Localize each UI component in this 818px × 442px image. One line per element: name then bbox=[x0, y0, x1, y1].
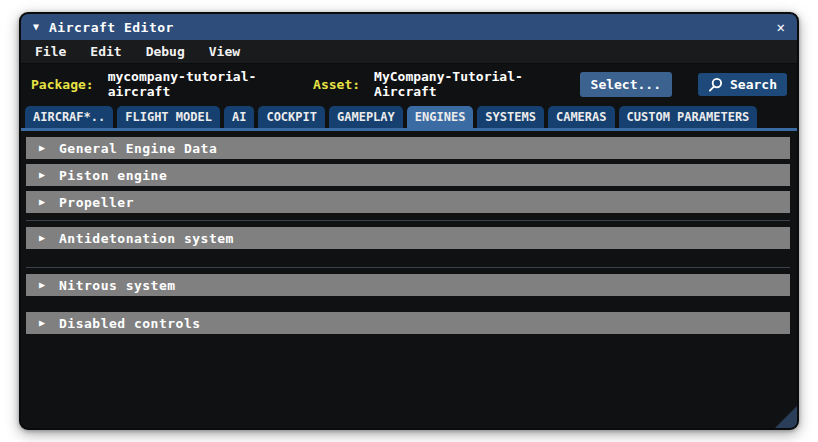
search-button[interactable]: Search bbox=[698, 73, 787, 96]
section-label: Piston engine bbox=[59, 168, 167, 183]
section-label: General Engine Data bbox=[59, 141, 217, 156]
asset-toolbar: Package: mycompany-tutorial-aircraft Ass… bbox=[21, 64, 797, 104]
tab-cameras[interactable]: CAMERAS bbox=[548, 106, 615, 128]
expand-arrow-icon: ▶ bbox=[39, 233, 45, 243]
tab-custom-parameters[interactable]: CUSTOM PARAMETERS bbox=[619, 106, 758, 128]
section-separator bbox=[26, 267, 790, 268]
tab-engines[interactable]: ENGINES bbox=[407, 106, 474, 128]
tab-gameplay[interactable]: GAMEPLAY bbox=[329, 106, 403, 128]
package-label: Package: bbox=[31, 77, 94, 92]
section-label: Nitrous system bbox=[59, 278, 176, 293]
tab-flight-model[interactable]: FLIGHT MODEL bbox=[117, 106, 220, 128]
section-gap bbox=[26, 254, 790, 265]
window-title: Aircraft Editor bbox=[49, 20, 174, 35]
select-button[interactable]: Select... bbox=[580, 72, 672, 97]
close-icon[interactable]: ✕ bbox=[777, 20, 785, 34]
package-value: mycompany-tutorial-aircraft bbox=[108, 69, 301, 99]
menu-edit[interactable]: Edit bbox=[90, 44, 121, 59]
search-button-label: Search bbox=[730, 77, 777, 92]
section-label: Antidetonation system bbox=[59, 231, 234, 246]
collapse-window-icon[interactable]: ▼ bbox=[33, 22, 39, 32]
sections-container: ▶General Engine Data▶Piston engine▶Prope… bbox=[21, 131, 797, 428]
tab-cockpit[interactable]: COCKPIT bbox=[258, 106, 325, 128]
tab-ai[interactable]: AI bbox=[224, 106, 254, 128]
section-piston-engine[interactable]: ▶Piston engine bbox=[26, 164, 790, 186]
tab-systems[interactable]: SYSTEMS bbox=[477, 106, 544, 128]
asset-label: Asset: bbox=[313, 77, 360, 92]
section-label: Propeller bbox=[59, 195, 134, 210]
section-nitrous-system[interactable]: ▶Nitrous system bbox=[26, 274, 790, 296]
expand-arrow-icon: ▶ bbox=[39, 280, 45, 290]
title-bar: ▼ Aircraft Editor ✕ bbox=[21, 14, 797, 40]
expand-arrow-icon: ▶ bbox=[39, 318, 45, 328]
expand-arrow-icon: ▶ bbox=[39, 170, 45, 180]
section-gap bbox=[26, 301, 790, 312]
expand-arrow-icon: ▶ bbox=[39, 143, 45, 153]
section-disabled-controls[interactable]: ▶Disabled controls bbox=[26, 312, 790, 334]
asset-value: MyCompany-Tutorial-Aircraft bbox=[374, 69, 567, 99]
search-icon bbox=[708, 77, 723, 92]
menu-bar: File Edit Debug View bbox=[21, 40, 797, 64]
menu-debug[interactable]: Debug bbox=[146, 44, 185, 59]
section-antidetonation-system[interactable]: ▶Antidetonation system bbox=[26, 227, 790, 249]
section-general-engine-data[interactable]: ▶General Engine Data bbox=[26, 137, 790, 159]
menu-file[interactable]: File bbox=[35, 44, 66, 59]
expand-arrow-icon: ▶ bbox=[39, 197, 45, 207]
section-label: Disabled controls bbox=[59, 316, 201, 331]
section-propeller[interactable]: ▶Propeller bbox=[26, 191, 790, 213]
aircraft-editor-window: ▼ Aircraft Editor ✕ File Edit Debug View… bbox=[19, 12, 799, 430]
tab-aircraf[interactable]: AIRCRAF*.. bbox=[25, 106, 113, 128]
menu-view[interactable]: View bbox=[209, 44, 240, 59]
section-separator bbox=[26, 220, 790, 221]
tab-bar: AIRCRAF*..FLIGHT MODELAICOCKPITGAMEPLAYE… bbox=[21, 104, 797, 128]
